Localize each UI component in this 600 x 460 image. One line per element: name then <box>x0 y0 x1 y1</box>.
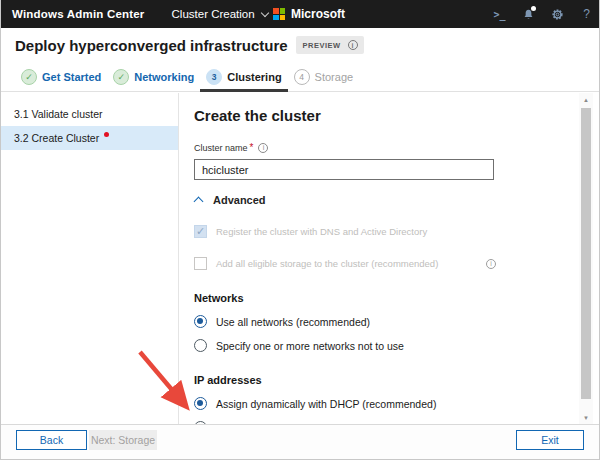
ip-addresses-heading: IP addresses <box>194 374 572 386</box>
cluster-name-input[interactable] <box>194 159 494 180</box>
cluster-name-label-row: Cluster name* <box>194 142 572 153</box>
powershell-icon[interactable]: >_ <box>485 0 514 28</box>
dhcp-option[interactable]: Assign dynamically with DHCP (recommende… <box>194 397 572 410</box>
tool-switcher-label: Cluster Creation <box>172 8 255 20</box>
tool-switcher[interactable]: Cluster Creation <box>172 8 269 20</box>
step-label: Storage <box>315 71 354 83</box>
step-networking[interactable]: ✓ Networking <box>107 62 200 91</box>
step-storage[interactable]: 4 Storage <box>288 62 360 91</box>
exit-button[interactable]: Exit <box>516 430 584 450</box>
sidebar-item-label: 3.2 Create Cluster <box>14 132 99 144</box>
chevron-down-icon <box>261 8 269 16</box>
radio-label: Assign dynamically with DHCP (recommende… <box>216 398 436 410</box>
preview-badge-label: PREVIEW <box>303 41 341 50</box>
sidebar-item-create-cluster[interactable]: 3.2 Create Cluster <box>1 126 178 150</box>
step-get-started[interactable]: ✓ Get Started <box>15 62 107 91</box>
app-title[interactable]: Windows Admin Center <box>12 8 145 20</box>
preview-badge: PREVIEW <box>296 36 364 54</box>
step-label: Networking <box>134 71 194 83</box>
info-icon[interactable] <box>348 40 358 50</box>
advanced-label: Advanced <box>213 194 266 206</box>
substep-sidebar: 3.1 Validate cluster 3.2 Create Cluster <box>1 93 179 425</box>
specify-networks-option[interactable]: Specify one or more networks not to use <box>194 339 572 352</box>
add-storage-checkbox[interactable] <box>194 257 207 270</box>
content-scrollbar[interactable]: ▲ ▼ <box>579 93 593 425</box>
help-icon[interactable]: ? <box>572 0 600 28</box>
register-dns-checkbox[interactable] <box>194 225 207 238</box>
use-all-networks-option[interactable]: Use all networks (recommended) <box>194 315 572 328</box>
microsoft-brand: Microsoft <box>273 0 345 28</box>
scroll-down-arrow-icon[interactable]: ▼ <box>579 411 593 425</box>
step-number: 3 <box>206 69 222 85</box>
step-label: Clustering <box>227 71 281 83</box>
required-asterisk: * <box>250 142 254 153</box>
radio-unselected[interactable] <box>194 339 207 352</box>
top-app-bar: Windows Admin Center Cluster Creation Mi… <box>1 0 600 28</box>
info-icon[interactable] <box>258 143 268 153</box>
checkbox-label: Register the cluster with DNS and Active… <box>216 226 427 237</box>
cluster-name-label: Cluster name <box>194 143 248 153</box>
windows-admin-center-window: Windows Admin Center Cluster Creation Mi… <box>0 0 600 460</box>
brand-name: Microsoft <box>291 7 345 21</box>
chevron-up-icon <box>194 195 204 205</box>
step-complete-icon: ✓ <box>113 69 129 85</box>
next-storage-button[interactable]: Next: Storage <box>89 430 157 450</box>
settings-icon[interactable] <box>543 0 572 28</box>
notifications-icon[interactable] <box>514 0 543 28</box>
sidebar-item-validate-cluster[interactable]: 3.1 Validate cluster <box>1 102 178 126</box>
pane-heading: Create the cluster <box>194 107 572 124</box>
register-dns-checkbox-row: Register the cluster with DNS and Active… <box>194 225 496 238</box>
notification-badge-dot <box>531 6 536 11</box>
step-number: 4 <box>294 69 310 85</box>
advanced-toggle[interactable]: Advanced <box>194 194 572 206</box>
page-header: Deploy hyperconverged infrastructure PRE… <box>1 28 600 62</box>
back-button[interactable]: Back <box>16 430 87 450</box>
info-icon[interactable] <box>486 259 496 269</box>
scroll-up-arrow-icon[interactable]: ▲ <box>579 93 593 107</box>
checkbox-label: Add all eligible storage to the cluster … <box>216 258 438 269</box>
scrollbar-thumb[interactable] <box>581 108 591 399</box>
microsoft-logo-icon <box>273 8 285 20</box>
step-complete-icon: ✓ <box>21 69 37 85</box>
add-storage-checkbox-row: Add all eligible storage to the cluster … <box>194 257 496 270</box>
radio-selected[interactable] <box>194 315 207 328</box>
wizard-footer: Back Next: Storage Exit <box>1 424 600 459</box>
networks-heading: Networks <box>194 292 572 304</box>
radio-label: Use all networks (recommended) <box>216 316 370 328</box>
radio-selected[interactable] <box>194 397 207 410</box>
required-alert-dot <box>104 132 109 137</box>
wizard-steps: ✓ Get Started ✓ Networking 3 Clustering … <box>1 62 600 92</box>
create-cluster-pane: Create the cluster Cluster name* Advance… <box>180 93 572 425</box>
step-label: Get Started <box>42 71 101 83</box>
radio-label: Specify one or more networks not to use <box>216 340 404 352</box>
step-clustering[interactable]: 3 Clustering <box>200 62 287 91</box>
sidebar-item-label: 3.1 Validate cluster <box>14 108 103 120</box>
page-title: Deploy hyperconverged infrastructure <box>15 37 288 54</box>
